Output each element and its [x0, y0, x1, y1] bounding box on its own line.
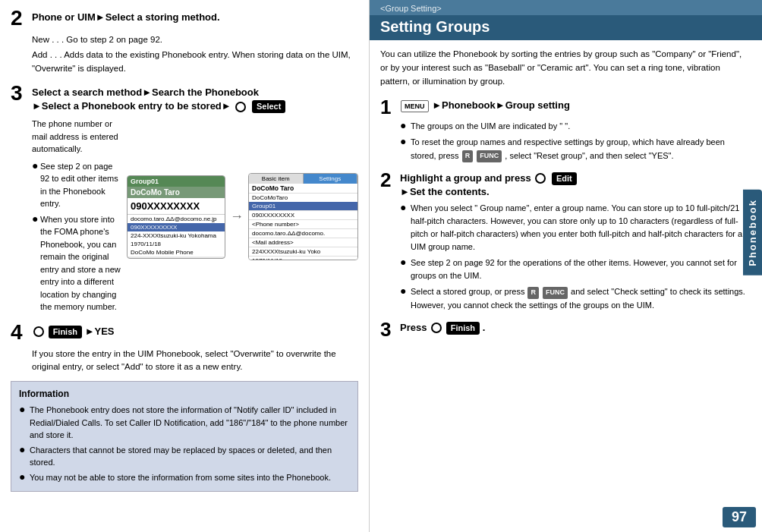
right-panel-header: <Group Setting>: [370, 0, 762, 15]
right-step2-bullet1: ● When you select " Group name", enter a…: [400, 202, 751, 253]
bullet-dot-2: ●: [32, 213, 38, 225]
right-step3-header: 3 Press Finish .: [380, 320, 751, 339]
right-step3-title: Press Finish .: [400, 320, 485, 335]
r-bullet-dot-1: ●: [400, 120, 408, 131]
step3-title-part1: Select a search method►Search the Phoneb…: [32, 87, 259, 98]
step4-circle: [33, 326, 44, 337]
phone-screen2: Basic item Settings DoCoMo Taro DoCoMoTa…: [248, 173, 358, 260]
right-step2-bullet2: ● See step 2 on page 92 for the operatio…: [400, 257, 751, 282]
information-title: Information: [19, 387, 350, 401]
right-step1: 1 MENU ►Phonebook►Group setting ● The gr…: [380, 97, 751, 162]
func-btn-1: R: [462, 150, 474, 162]
group-setting-label: <Group Setting>: [380, 4, 442, 13]
info-bullet2: ● Characters that cannot be stored may b…: [19, 444, 350, 469]
right-finish-btn: Finish: [446, 322, 480, 335]
step4-finish-btn: Finish: [49, 326, 82, 338]
right-step2-header: 2 Highlight a group and press Edit ►Set …: [380, 170, 751, 200]
step3-bullet2-text: When you store into the FOMA phone's Pho…: [40, 213, 121, 313]
right-step2-bullet2-text: See step 2 on page 92 for the operations…: [411, 257, 751, 282]
right-step3-circle: [431, 323, 442, 333]
ps2-tabs: Basic item Settings: [249, 174, 357, 184]
step4-title: Finish ►YES: [32, 322, 115, 338]
step3-title: Select a search method►Search the Phoneb…: [32, 83, 285, 114]
info-bullet-dot-1: ●: [19, 404, 27, 415]
phonebook-side-tab: Phonebook: [743, 190, 762, 275]
step2-title: Phone or UIM►Select a storing method.: [32, 8, 220, 24]
step2-header: 2 Phone or UIM►Select a storing method.: [11, 8, 358, 29]
step3-bullet1-text: See step 2 on page 92 to edit other item…: [40, 160, 121, 210]
right-step1-bullet2: ● To reset the group names and respectiv…: [400, 136, 751, 162]
ps2-row7: 224XXXXtsuzuki-ku Yoko: [249, 247, 357, 256]
ps2-row1: DoCoMoTaro: [249, 193, 357, 202]
right-step3-num: 3: [380, 320, 394, 339]
ps1-address2: 224-XXXXtsuzuki-ku Yokohama: [128, 231, 225, 240]
func-btn-4: FUNC: [543, 287, 568, 299]
right-intro: You can utilize the Phonebook by sorting…: [380, 48, 751, 88]
edit-button: Edit: [552, 172, 577, 185]
right-step2-title: Highlight a group and press Edit ►Set th…: [400, 170, 577, 200]
arrow-symbol: →: [230, 209, 244, 225]
step4-content: If you store the entry in the UIM Phoneb…: [32, 348, 358, 374]
right-step3: 3 Press Finish .: [380, 320, 751, 339]
r-bullet-dot-2: ●: [400, 136, 408, 147]
phone-container: Group01 DoCoMo Taro 090XXXXXXXX docomo.t…: [127, 118, 358, 316]
ps1-tel: 090XXXXXXXXX: [128, 223, 225, 231]
step3-header: 3 Select a search method►Search the Phon…: [11, 83, 358, 114]
info-bullet1-text: The Phonebook entry does not store the i…: [30, 404, 350, 442]
step3-text1: The phone number or mail address is ente…: [32, 118, 121, 156]
right-step1-bullet2-text: To reset the group names and respective …: [411, 136, 751, 162]
left-panel: 2 Phone or UIM►Select a storing method. …: [0, 0, 370, 532]
info-bullet3-text: You may not be able to store the informa…: [30, 471, 331, 484]
ps2-row3: 090XXXXXXXX: [249, 210, 357, 219]
step4-desc: If you store the entry in the UIM Phoneb…: [32, 348, 358, 374]
step3-number: 3: [11, 83, 26, 104]
step4-number: 4: [11, 322, 26, 343]
info-bullet2-text: Characters that cannot be stored may be …: [30, 444, 350, 469]
step2-new: New . . . Go to step 2 on page 92.: [32, 33, 358, 46]
step3-text: The phone number or mail address is ente…: [32, 118, 121, 316]
right-step1-num: 1: [380, 97, 394, 117]
right-step2-bullet3-text: Select a stored group, or press R FUNC a…: [411, 285, 751, 311]
right-step1-title: MENU ►Phonebook►Group setting: [400, 97, 570, 112]
func-btn-2: FUNC: [477, 150, 502, 162]
right-panel: <Group Setting> Setting Groups You can u…: [370, 0, 762, 532]
ps1-name: DoCoMo Taro: [128, 187, 225, 198]
bullet-dot-1: ●: [32, 160, 38, 172]
ps1-address1: docomo.taro.ΔΔ@docomo.ne.jp: [128, 214, 225, 223]
ps2-tab-basic: Basic item: [249, 174, 304, 184]
step3-bullet2: ● When you store into the FOMA phone's P…: [32, 213, 121, 313]
right-title-bar: Setting Groups: [370, 15, 762, 40]
step4-header: 4 Finish ►YES: [11, 322, 358, 343]
r-s2-bullet-dot-2: ●: [400, 257, 408, 268]
info-bullet-dot-3: ●: [19, 471, 27, 483]
ps2-row5: docomo.taro.ΔΔ@docomo.: [249, 228, 357, 238]
right-step2-bullet3: ● Select a stored group, or press R FUNC…: [400, 285, 751, 311]
right-title: Setting Groups: [380, 18, 490, 35]
menu-btn: MENU: [401, 100, 429, 113]
r-s2-bullet-dot-3: ●: [400, 285, 408, 297]
right-content: You can utilize the Phonebook by sorting…: [370, 40, 762, 502]
right-step2-bullets: ● When you select " Group name", enter a…: [400, 202, 751, 311]
step2-content: New . . . Go to step 2 on page 92. Add .…: [32, 33, 358, 75]
ps2-row2: Group01: [249, 202, 357, 210]
ps1-header: Group01: [128, 176, 225, 187]
step2-number: 2: [11, 8, 26, 29]
ps2-row4: <Phone number>: [249, 219, 357, 228]
right-step2-bullet1-text: When you select " Group name", enter a g…: [411, 202, 751, 253]
func-btn-3: R: [527, 287, 539, 299]
step2-add: Add . . . Adds data to the existing Phon…: [32, 49, 358, 75]
ps1-number: 090XXXXXXXX: [128, 198, 225, 214]
step4-yes: ►YES: [85, 326, 115, 337]
page-number: 97: [723, 507, 756, 527]
right-step1-bullet1: ● The groups on the UIM are indicated by…: [400, 120, 751, 133]
select-button: Select: [252, 100, 285, 113]
ps2-row0: DoCoMo Taro: [249, 184, 357, 193]
info-bullet-dot-2: ●: [19, 444, 27, 455]
right-step2-num: 2: [380, 170, 394, 190]
information-box: Information ● The Phonebook entry does n…: [11, 381, 358, 492]
right-step1-bullet1-text: The groups on the UIM are indicated by "…: [411, 120, 570, 133]
ps2-row8: 1970/11/18: [249, 256, 357, 260]
r-s2-bullet-dot-1: ●: [400, 202, 408, 213]
circle-icon: [235, 102, 246, 112]
info-bullet3: ● You may not be able to store the infor…: [19, 471, 350, 484]
